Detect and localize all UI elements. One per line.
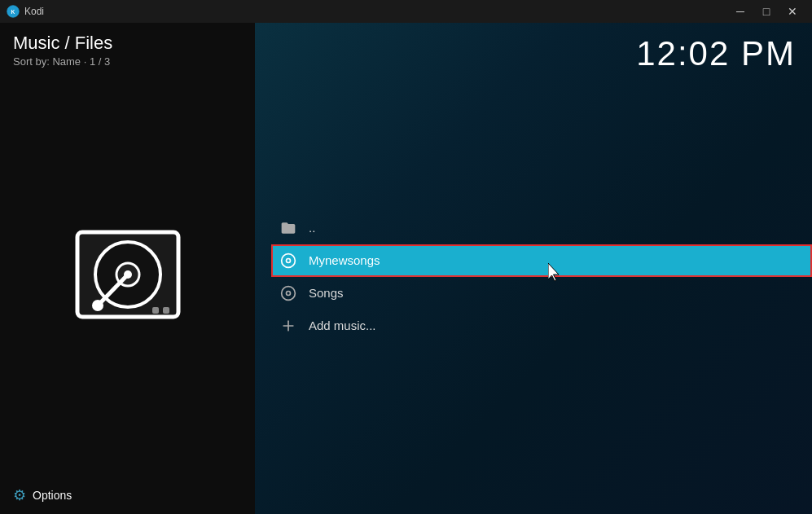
- add-icon: [279, 317, 297, 335]
- item-label: ..: [309, 221, 315, 235]
- maximize-button[interactable]: □: [753, 0, 779, 23]
- svg-text:K: K: [11, 9, 15, 15]
- hdd-icon: [71, 217, 185, 332]
- music-folder-icon: [279, 252, 297, 270]
- item-label: Songs: [309, 286, 344, 300]
- window-controls: ─ □ ✕: [727, 0, 805, 23]
- clock-display: 12:02 PM: [636, 34, 796, 73]
- svg-point-12: [287, 259, 289, 261]
- title-bar-left: K Kodi: [7, 5, 44, 18]
- list-item[interactable]: Songs: [271, 277, 812, 310]
- title-bar: K Kodi ─ □ ✕: [0, 0, 812, 23]
- minimize-button[interactable]: ─: [727, 0, 753, 23]
- list-item[interactable]: ..: [271, 212, 812, 244]
- list-item[interactable]: Add music...: [271, 310, 812, 342]
- file-list: .. Mynewsongs: [255, 23, 812, 514]
- options-label: Options: [33, 489, 72, 502]
- svg-rect-9: [163, 307, 169, 314]
- left-header: Music / Files Sort by: Name · 1 / 3: [0, 23, 255, 72]
- list-item[interactable]: Mynewsongs: [271, 244, 812, 277]
- sort-info: Sort by: Name · 1 / 3: [13, 55, 242, 68]
- folder-icon: [279, 219, 297, 237]
- page-title: Music / Files: [13, 33, 242, 54]
- svg-rect-8: [152, 307, 159, 314]
- main-layout: Music / Files Sort by: Name · 1 / 3: [0, 23, 812, 514]
- right-panel: 12:02 PM ..: [255, 23, 812, 514]
- item-label: Mynewsongs: [309, 253, 380, 267]
- options-icon: ⚙: [13, 486, 26, 504]
- svg-point-15: [287, 292, 289, 294]
- music-folder-icon: [279, 284, 297, 302]
- kodi-logo-icon: K: [7, 5, 20, 18]
- item-label: Add music...: [309, 319, 376, 332]
- artwork-area: [0, 72, 255, 477]
- left-footer[interactable]: ⚙ Options: [0, 477, 255, 514]
- svg-point-7: [92, 300, 103, 311]
- app-title: Kodi: [24, 6, 44, 17]
- left-panel: Music / Files Sort by: Name · 1 / 3: [0, 23, 255, 514]
- close-button[interactable]: ✕: [779, 0, 805, 23]
